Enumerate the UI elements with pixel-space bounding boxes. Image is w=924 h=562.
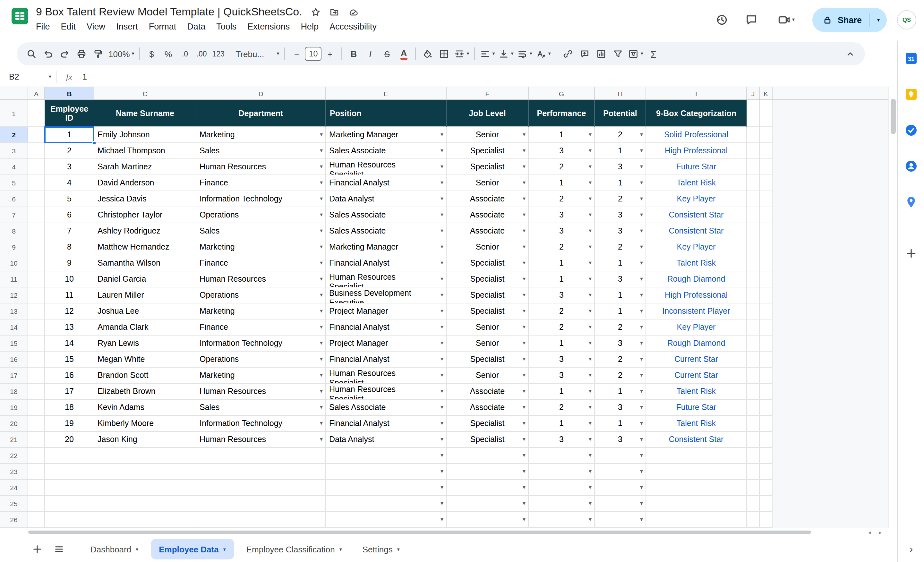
- version-history-icon[interactable]: [710, 8, 734, 32]
- cell-J13[interactable]: [747, 303, 760, 319]
- dropdown-arrow-icon[interactable]: ▾: [441, 212, 443, 218]
- cell-I3[interactable]: High Professional: [646, 143, 747, 159]
- cell-F18[interactable]: Associate▾: [447, 384, 529, 400]
- dropdown-arrow-icon[interactable]: ▾: [589, 340, 592, 346]
- cell-C22[interactable]: [94, 448, 196, 464]
- cell-C17[interactable]: Brandon Scott: [94, 368, 196, 384]
- cell-A24[interactable]: [28, 480, 45, 496]
- cell-H22[interactable]: ▾: [595, 448, 646, 464]
- cell-E21[interactable]: Data Analyst▾: [326, 432, 447, 448]
- cell-C21[interactable]: Jason King: [94, 432, 196, 448]
- dropdown-arrow-icon[interactable]: ▾: [589, 469, 592, 474]
- cell-B4[interactable]: 3: [45, 159, 94, 175]
- dropdown-arrow-icon[interactable]: ▾: [441, 372, 443, 378]
- dropdown-arrow-icon[interactable]: ▾: [589, 501, 592, 507]
- cell-G2[interactable]: 1▾: [529, 127, 595, 143]
- dropdown-arrow-icon[interactable]: ▾: [589, 421, 592, 426]
- cell-G19[interactable]: 2▾: [529, 400, 595, 416]
- cell-I7[interactable]: Consistent Star: [646, 207, 747, 223]
- select-all-corner[interactable]: [0, 87, 28, 99]
- row-header-3[interactable]: 3: [0, 143, 28, 159]
- menu-view[interactable]: View: [82, 21, 110, 33]
- menu-tools[interactable]: Tools: [212, 21, 241, 33]
- cell-I13[interactable]: Inconsistent Player: [646, 303, 747, 319]
- cell-D2[interactable]: Marketing▾: [196, 127, 326, 143]
- cell-D24[interactable]: [196, 480, 326, 496]
- cell-F5[interactable]: Senior▾: [447, 175, 529, 191]
- cell-F10[interactable]: Specialist▾: [447, 255, 529, 271]
- cell-B8[interactable]: 7: [45, 223, 94, 239]
- cell-E25[interactable]: ▾: [326, 496, 447, 512]
- dropdown-arrow-icon[interactable]: ▾: [589, 357, 592, 362]
- dropdown-arrow-icon[interactable]: ▾: [320, 180, 323, 186]
- cell-G25[interactable]: ▾: [529, 496, 595, 512]
- dropdown-arrow-icon[interactable]: ▾: [320, 244, 323, 250]
- cell-D19[interactable]: Sales▾: [196, 400, 326, 416]
- cell-A23[interactable]: [28, 464, 45, 480]
- cell-D6[interactable]: Information Technology▾: [196, 191, 326, 207]
- cell-B14[interactable]: 13: [45, 319, 94, 336]
- dropdown-arrow-icon[interactable]: ▾: [640, 357, 643, 362]
- cell-D9[interactable]: Marketing▾: [196, 239, 326, 255]
- cell-I24[interactable]: [646, 480, 747, 496]
- cell-I25[interactable]: [646, 496, 747, 512]
- cell-E17[interactable]: Human Resources Specialist▾: [326, 368, 447, 384]
- get-addons-icon[interactable]: [904, 246, 918, 261]
- cell-C23[interactable]: [94, 464, 196, 480]
- cell-C26[interactable]: [94, 512, 196, 528]
- row-header-11[interactable]: 11: [0, 271, 28, 288]
- cell-G15[interactable]: 1▾: [529, 336, 595, 352]
- cell-B16[interactable]: 15: [45, 352, 94, 368]
- row-header-16[interactable]: 16: [0, 352, 28, 368]
- cell-F22[interactable]: ▾: [447, 448, 529, 464]
- cell-E22[interactable]: ▾: [326, 448, 447, 464]
- cell-H9[interactable]: 2▾: [595, 239, 646, 255]
- show-side-panel-icon[interactable]: ›: [898, 544, 924, 554]
- cell-A13[interactable]: [28, 303, 45, 319]
- cell-A14[interactable]: [28, 319, 45, 336]
- dropdown-arrow-icon[interactable]: ▾: [640, 260, 643, 266]
- cell-H5[interactable]: 1▾: [595, 175, 646, 191]
- star-icon[interactable]: [310, 7, 321, 17]
- cell-C9[interactable]: Matthew Hernandez: [94, 239, 196, 255]
- text-wrap-icon[interactable]: ▾: [516, 45, 534, 62]
- cell-G9[interactable]: 2▾: [529, 239, 595, 255]
- row-header-25[interactable]: 25: [0, 496, 28, 512]
- cell-D23[interactable]: [196, 464, 326, 480]
- cell-I20[interactable]: Talent Risk: [646, 416, 747, 432]
- cell-B1[interactable]: Employee ID: [45, 100, 94, 127]
- cell-I15[interactable]: Rough Diamond: [646, 336, 747, 352]
- dropdown-arrow-icon[interactable]: ▾: [640, 292, 643, 298]
- dropdown-arrow-icon[interactable]: ▾: [441, 196, 443, 202]
- column-header-C[interactable]: C: [94, 87, 196, 99]
- column-header-E[interactable]: E: [326, 87, 447, 99]
- dropdown-arrow-icon[interactable]: ▾: [640, 196, 643, 202]
- cell-A4[interactable]: [28, 159, 45, 175]
- dropdown-arrow-icon[interactable]: ▾: [523, 501, 525, 507]
- dropdown-arrow-icon[interactable]: ▾: [640, 421, 643, 426]
- cell-E12[interactable]: Business Development Executive▾: [326, 288, 447, 303]
- cell-I21[interactable]: Consistent Star: [646, 432, 747, 448]
- cell-I5[interactable]: Talent Risk: [646, 175, 747, 191]
- dropdown-arrow-icon[interactable]: ▾: [589, 164, 592, 170]
- dropdown-arrow-icon[interactable]: ▾: [523, 436, 525, 442]
- dropdown-arrow-icon[interactable]: ▾: [523, 372, 525, 378]
- cell-D21[interactable]: Human Resources▾: [196, 432, 326, 448]
- dropdown-arrow-icon[interactable]: ▾: [589, 276, 592, 282]
- cell-F25[interactable]: ▾: [447, 496, 529, 512]
- cell-C8[interactable]: Ashley Rodriguez: [94, 223, 196, 239]
- insert-link-icon[interactable]: [560, 45, 576, 62]
- dropdown-arrow-icon[interactable]: ▾: [589, 308, 592, 314]
- cell-E3[interactable]: Sales Associate▾: [326, 143, 447, 159]
- dropdown-arrow-icon[interactable]: ▾: [441, 148, 443, 154]
- cell-D1[interactable]: Department: [196, 100, 326, 127]
- cell-F14[interactable]: Senior▾: [447, 319, 529, 336]
- dropdown-arrow-icon[interactable]: ▾: [523, 180, 525, 186]
- cell-A3[interactable]: [28, 143, 45, 159]
- cell-D13[interactable]: Marketing▾: [196, 303, 326, 319]
- cell-H26[interactable]: ▾: [595, 512, 646, 528]
- cell-D20[interactable]: Information Technology▾: [196, 416, 326, 432]
- dropdown-arrow-icon[interactable]: ▾: [441, 405, 443, 410]
- dropdown-arrow-icon[interactable]: ▾: [523, 212, 525, 218]
- cell-D8[interactable]: Sales▾: [196, 223, 326, 239]
